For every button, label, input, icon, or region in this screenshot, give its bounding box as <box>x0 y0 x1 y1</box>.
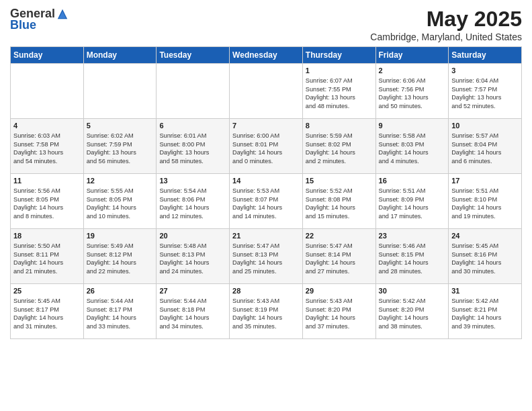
calendar-cell: 12Sunrise: 5:55 AM Sunset: 8:05 PM Dayli… <box>83 174 157 229</box>
day-info: Sunrise: 5:44 AM Sunset: 8:17 PM Dayligh… <box>87 298 136 329</box>
day-info: Sunrise: 5:43 AM Sunset: 8:19 PM Dayligh… <box>232 298 282 329</box>
calendar-cell: 9Sunrise: 5:58 AM Sunset: 8:03 PM Daylig… <box>375 119 449 174</box>
calendar-cell <box>11 64 84 119</box>
calendar-cell: 1Sunrise: 6:07 AM Sunset: 7:55 PM Daylig… <box>302 64 375 119</box>
day-info: Sunrise: 6:01 AM Sunset: 8:00 PM Dayligh… <box>159 132 209 164</box>
calendar-cell: 27Sunrise: 5:44 AM Sunset: 8:18 PM Dayli… <box>157 284 230 339</box>
day-info: Sunrise: 5:54 AM Sunset: 8:06 PM Dayligh… <box>159 187 209 219</box>
calendar-header: SundayMondayTuesdayWednesdayThursdayFrid… <box>11 47 522 64</box>
calendar-cell: 21Sunrise: 5:47 AM Sunset: 8:13 PM Dayli… <box>230 229 303 284</box>
day-number: 21 <box>232 231 300 240</box>
day-number: 10 <box>451 121 519 130</box>
day-info: Sunrise: 6:07 AM Sunset: 7:55 PM Dayligh… <box>306 77 355 109</box>
calendar-cell: 6Sunrise: 6:01 AM Sunset: 8:00 PM Daylig… <box>157 119 230 174</box>
day-number: 1 <box>306 66 373 75</box>
day-number: 28 <box>232 286 300 295</box>
day-number: 9 <box>379 121 446 130</box>
calendar-cell: 18Sunrise: 5:50 AM Sunset: 8:11 PM Dayli… <box>11 229 84 284</box>
day-info: Sunrise: 5:50 AM Sunset: 8:11 PM Dayligh… <box>13 242 63 274</box>
day-info: Sunrise: 5:57 AM Sunset: 8:04 PM Dayligh… <box>451 132 501 164</box>
calendar-cell: 25Sunrise: 5:45 AM Sunset: 8:17 PM Dayli… <box>11 284 84 339</box>
day-info: Sunrise: 5:58 AM Sunset: 8:03 PM Dayligh… <box>379 132 429 164</box>
day-number: 5 <box>87 121 154 130</box>
calendar-cell: 28Sunrise: 5:43 AM Sunset: 8:19 PM Dayli… <box>230 284 303 339</box>
title-block: May 2025 Cambridge, Maryland, United Sta… <box>370 7 522 42</box>
calendar-cell: 22Sunrise: 5:47 AM Sunset: 8:14 PM Dayli… <box>302 229 375 284</box>
day-number: 27 <box>159 286 226 295</box>
calendar-cell <box>230 64 303 119</box>
calendar-cell: 29Sunrise: 5:43 AM Sunset: 8:20 PM Dayli… <box>302 284 375 339</box>
calendar-cell: 30Sunrise: 5:42 AM Sunset: 8:20 PM Dayli… <box>375 284 449 339</box>
main-title: May 2025 <box>370 7 522 32</box>
calendar-cell: 13Sunrise: 5:54 AM Sunset: 8:06 PM Dayli… <box>157 174 230 229</box>
day-info: Sunrise: 5:51 AM Sunset: 8:09 PM Dayligh… <box>379 187 429 219</box>
day-number: 25 <box>13 286 81 295</box>
calendar-table: SundayMondayTuesdayWednesdayThursdayFrid… <box>10 46 522 339</box>
day-header-tuesday: Tuesday <box>157 47 230 64</box>
day-info: Sunrise: 5:44 AM Sunset: 8:18 PM Dayligh… <box>159 298 209 329</box>
day-header-wednesday: Wednesday <box>230 47 303 64</box>
calendar-cell <box>157 64 230 119</box>
day-header-thursday: Thursday <box>302 47 375 64</box>
day-number: 13 <box>159 176 226 185</box>
day-number: 6 <box>159 121 226 130</box>
day-info: Sunrise: 5:47 AM Sunset: 8:13 PM Dayligh… <box>232 242 282 274</box>
week-row-5: 25Sunrise: 5:45 AM Sunset: 8:17 PM Dayli… <box>11 284 522 339</box>
calendar-cell: 19Sunrise: 5:49 AM Sunset: 8:12 PM Dayli… <box>83 229 157 284</box>
calendar-cell: 17Sunrise: 5:51 AM Sunset: 8:10 PM Dayli… <box>449 174 522 229</box>
day-number: 2 <box>379 66 446 75</box>
day-info: Sunrise: 5:46 AM Sunset: 8:15 PM Dayligh… <box>379 242 429 274</box>
calendar-cell: 3Sunrise: 6:04 AM Sunset: 7:57 PM Daylig… <box>449 64 522 119</box>
calendar-cell: 10Sunrise: 5:57 AM Sunset: 8:04 PM Dayli… <box>449 119 522 174</box>
day-number: 22 <box>306 231 373 240</box>
day-number: 3 <box>451 66 519 75</box>
day-number: 20 <box>159 231 226 240</box>
day-info: Sunrise: 5:42 AM Sunset: 8:20 PM Dayligh… <box>379 298 429 329</box>
calendar-cell: 16Sunrise: 5:51 AM Sunset: 8:09 PM Dayli… <box>375 174 449 229</box>
day-number: 16 <box>379 176 446 185</box>
day-number: 15 <box>306 176 373 185</box>
day-header-sunday: Sunday <box>11 47 84 64</box>
day-number: 24 <box>451 231 519 240</box>
calendar-cell: 31Sunrise: 5:42 AM Sunset: 8:21 PM Dayli… <box>449 284 522 339</box>
day-info: Sunrise: 6:00 AM Sunset: 8:01 PM Dayligh… <box>232 132 282 164</box>
week-row-4: 18Sunrise: 5:50 AM Sunset: 8:11 PM Dayli… <box>11 229 522 284</box>
calendar-cell: 26Sunrise: 5:44 AM Sunset: 8:17 PM Dayli… <box>83 284 157 339</box>
calendar-page: General Blue May 2025 Cambridge, Marylan… <box>0 0 532 411</box>
calendar-body: 1Sunrise: 6:07 AM Sunset: 7:55 PM Daylig… <box>11 64 522 339</box>
day-info: Sunrise: 6:06 AM Sunset: 7:56 PM Dayligh… <box>379 77 429 109</box>
day-info: Sunrise: 5:47 AM Sunset: 8:14 PM Dayligh… <box>306 242 355 274</box>
day-number: 23 <box>379 231 446 240</box>
day-info: Sunrise: 5:45 AM Sunset: 8:16 PM Dayligh… <box>451 242 501 274</box>
calendar-cell: 8Sunrise: 5:59 AM Sunset: 8:02 PM Daylig… <box>302 119 375 174</box>
day-number: 29 <box>306 286 373 295</box>
day-number: 17 <box>451 176 519 185</box>
day-number: 8 <box>306 121 373 130</box>
calendar-cell: 23Sunrise: 5:46 AM Sunset: 8:15 PM Dayli… <box>375 229 449 284</box>
day-info: Sunrise: 5:52 AM Sunset: 8:08 PM Dayligh… <box>306 187 355 219</box>
day-number: 11 <box>13 176 81 185</box>
day-number: 12 <box>87 176 154 185</box>
calendar-cell: 2Sunrise: 6:06 AM Sunset: 7:56 PM Daylig… <box>375 64 449 119</box>
day-info: Sunrise: 5:43 AM Sunset: 8:20 PM Dayligh… <box>306 298 355 329</box>
day-number: 31 <box>451 286 519 295</box>
logo-icon <box>56 8 69 20</box>
calendar-cell: 5Sunrise: 6:02 AM Sunset: 7:59 PM Daylig… <box>83 119 157 174</box>
logo-blue: Blue <box>10 18 36 32</box>
week-row-3: 11Sunrise: 5:56 AM Sunset: 8:05 PM Dayli… <box>11 174 522 229</box>
calendar-cell: 24Sunrise: 5:45 AM Sunset: 8:16 PM Dayli… <box>449 229 522 284</box>
week-row-1: 1Sunrise: 6:07 AM Sunset: 7:55 PM Daylig… <box>11 64 522 119</box>
day-number: 30 <box>379 286 446 295</box>
day-info: Sunrise: 5:53 AM Sunset: 8:07 PM Dayligh… <box>232 187 282 219</box>
day-info: Sunrise: 6:02 AM Sunset: 7:59 PM Dayligh… <box>87 132 136 164</box>
header: General Blue May 2025 Cambridge, Marylan… <box>10 7 522 42</box>
day-number: 18 <box>13 231 81 240</box>
header-row: SundayMondayTuesdayWednesdayThursdayFrid… <box>11 47 522 64</box>
day-info: Sunrise: 5:42 AM Sunset: 8:21 PM Dayligh… <box>451 298 501 329</box>
day-number: 19 <box>87 231 154 240</box>
calendar-cell: 11Sunrise: 5:56 AM Sunset: 8:05 PM Dayli… <box>11 174 84 229</box>
day-number: 4 <box>13 121 81 130</box>
day-info: Sunrise: 5:49 AM Sunset: 8:12 PM Dayligh… <box>87 242 136 274</box>
logo: General Blue <box>10 7 69 32</box>
calendar-cell: 15Sunrise: 5:52 AM Sunset: 8:08 PM Dayli… <box>302 174 375 229</box>
